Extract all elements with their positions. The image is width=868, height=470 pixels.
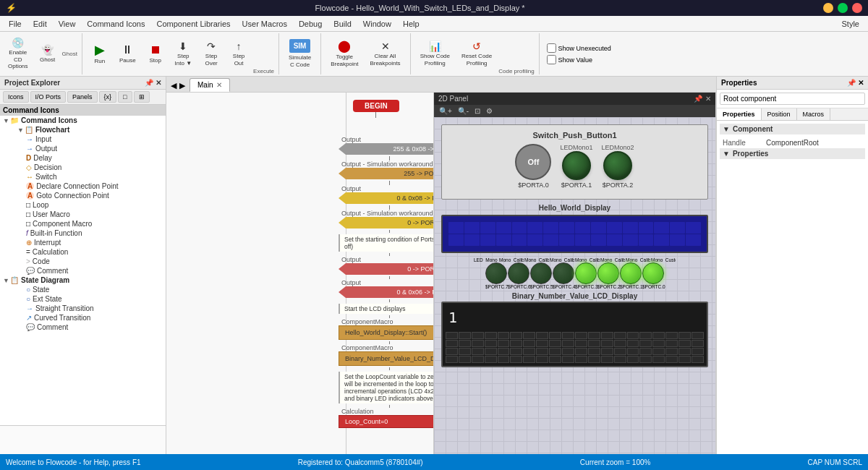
- panel-2d-zoom-out[interactable]: 🔍-: [456, 106, 471, 116]
- led-strip-label-0: Mono_Custom1: [651, 257, 676, 262]
- tree-goto-connection[interactable]: A Goto Connection Point: [0, 191, 166, 200]
- main-tab[interactable]: Main ✕: [190, 78, 230, 92]
- tree-code[interactable]: > Code: [0, 257, 166, 266]
- panel-2d-fit[interactable]: ⊡: [472, 106, 482, 116]
- show-code-profiling-button[interactable]: 📊 Show CodeProfiling: [415, 39, 455, 69]
- tab-variables[interactable]: {x}: [99, 91, 117, 103]
- reset-code-profiling-button[interactable]: ↺ Reset CodeProfiling: [456, 39, 497, 69]
- menu-view[interactable]: View: [53, 18, 82, 30]
- tree-output[interactable]: → Output: [0, 144, 166, 153]
- ghost-button[interactable]: 👻 Ghost: [35, 43, 61, 66]
- main-layout: Project Explorer 📌 ✕ Icons I/O Ports Pan…: [0, 77, 868, 454]
- tree-comment-state[interactable]: 💬 Comment: [0, 322, 166, 332]
- menu-build[interactable]: Build: [328, 18, 357, 30]
- tab-icons[interactable]: Icons: [3, 91, 29, 103]
- flowchart-toggle[interactable]: ▼: [17, 127, 25, 134]
- tree-switch[interactable]: ↔ Switch: [0, 172, 166, 181]
- menu-window[interactable]: Window: [357, 18, 397, 30]
- menu-command-icons[interactable]: Command Icons: [81, 18, 150, 30]
- flow-canvas[interactable]: BEGIN Output 255 & 0x08 -> PORTA: [166, 93, 434, 454]
- main-tab-close[interactable]: ✕: [216, 81, 222, 89]
- tab-rect[interactable]: □: [118, 91, 132, 103]
- tree-flowchart[interactable]: ▼ 📋 Flowchart: [0, 125, 166, 134]
- tree-input[interactable]: → Input: [0, 134, 166, 144]
- menu-help[interactable]: Help: [397, 18, 425, 30]
- tree-command-icons[interactable]: ▼ 📁 Command Icons: [0, 116, 166, 125]
- tab-grid[interactable]: ⊞: [134, 91, 150, 103]
- show-unexecuted-checkbox[interactable]: Show Unexecuted: [547, 43, 611, 53]
- run-button[interactable]: ▶ Run: [87, 41, 113, 67]
- panel-2d-settings[interactable]: ⚙: [484, 106, 495, 116]
- menu-debug[interactable]: Debug: [293, 18, 328, 30]
- led-mono2-port: $PORTA.2: [603, 181, 634, 189]
- tab-scroll-right[interactable]: ▶: [178, 80, 187, 92]
- statusbar-middle: Registered to: Qualcomm5 (8780104#): [298, 458, 423, 466]
- properties-collapse-icon[interactable]: ▼: [723, 150, 730, 158]
- tree-loop[interactable]: □ Loop: [0, 200, 166, 210]
- tree-state-diagram[interactable]: ▼ 📋 State Diagram: [0, 275, 166, 285]
- command-icons-icon: 📁: [10, 116, 19, 124]
- close-button[interactable]: [852, 3, 862, 13]
- tab-position[interactable]: Position: [762, 108, 797, 120]
- curved-transition-label: Curved Transition: [34, 314, 90, 322]
- tree-interrupt[interactable]: ⊕ Interrupt: [0, 238, 166, 247]
- tree-calculation[interactable]: = Calculation: [0, 247, 166, 257]
- step-out-button[interactable]: ↑ StepOut: [226, 39, 252, 69]
- tree-delay[interactable]: D Delay: [0, 153, 166, 163]
- panel-2d-pin[interactable]: 📌: [694, 95, 702, 103]
- toggle-breakpoint-button[interactable]: ⬤ ToggleBreakpoint: [326, 38, 363, 69]
- step-over-button[interactable]: ↷ StepOver: [198, 39, 224, 69]
- show-value-label: Show Value: [558, 56, 592, 64]
- properties-pin[interactable]: 📌: [847, 79, 856, 87]
- simulate-button[interactable]: SIM SimulateC Code: [284, 37, 316, 70]
- tree-builtin-function[interactable]: f Built-in Function: [0, 228, 166, 238]
- command-icons-toggle[interactable]: ▼: [3, 117, 10, 124]
- step-out-icon: ↑: [237, 41, 242, 51]
- minimize-button[interactable]: [823, 3, 833, 13]
- push-button-title: Switch_Push_Button1: [448, 131, 702, 140]
- show-unexecuted-input[interactable]: [547, 43, 556, 53]
- project-explorer-close[interactable]: ✕: [156, 79, 161, 87]
- pause-button[interactable]: ⏸ Pause: [114, 42, 141, 67]
- stop-button[interactable]: ⏹ Stop: [142, 42, 169, 67]
- menu-component-libraries[interactable]: Component Libraries: [150, 18, 236, 30]
- tree-container[interactable]: ▼ 📁 Command Icons ▼ 📋 Flowchart → Input …: [0, 116, 166, 425]
- menu-edit[interactable]: Edit: [27, 18, 53, 30]
- menu-file[interactable]: File: [3, 18, 27, 30]
- project-explorer-pin[interactable]: 📌: [145, 79, 153, 87]
- show-value-input[interactable]: [547, 55, 556, 64]
- tab-scroll-left[interactable]: ◀: [169, 80, 178, 92]
- maximize-button[interactable]: [838, 3, 848, 13]
- enable-cd-button[interactable]: 💿 EnableCDOptions: [3, 35, 33, 72]
- root-component-input[interactable]: [720, 93, 865, 105]
- tree-state[interactable]: ○ State: [0, 285, 166, 294]
- show-value-checkbox[interactable]: Show Value: [547, 55, 611, 64]
- panel-2d-zoom-in[interactable]: 🔍+: [437, 106, 454, 116]
- tree-declare-connection[interactable]: A Declare Connection Point: [0, 181, 166, 191]
- menu-user-macros[interactable]: User Macros: [237, 18, 293, 30]
- menu-style[interactable]: Style: [836, 18, 865, 30]
- panel-2d-content[interactable]: Switch_Push_Button1 Off $PORTA.0 LEDMono…: [434, 117, 715, 454]
- tab-io-ports[interactable]: I/O Ports: [30, 91, 67, 103]
- tab-panels[interactable]: Panels: [67, 91, 98, 103]
- properties-close[interactable]: ✕: [858, 79, 864, 87]
- led-mono1-col: LEDMono1 $PORTA.1: [560, 144, 592, 189]
- tab-properties[interactable]: Properties: [717, 108, 762, 120]
- tree-comment-flowchart[interactable]: 💬 Comment: [0, 266, 166, 275]
- tree-component-macro[interactable]: □ Component Macro: [0, 219, 166, 228]
- tab-macros[interactable]: Macros: [797, 108, 831, 120]
- tree-decision[interactable]: ◇ Decision: [0, 163, 166, 172]
- panel-2d-close[interactable]: ✕: [705, 95, 711, 103]
- push-button-off[interactable]: Off: [515, 144, 551, 180]
- state-diagram-toggle[interactable]: ▼: [3, 277, 10, 284]
- code-profiling-label: Code profiling: [498, 68, 534, 74]
- left-panel-preview: [0, 425, 166, 454]
- step-into-button[interactable]: ⬇ StepInto ▼: [170, 39, 197, 69]
- tree-curved-transition[interactable]: ↗ Curved Transition: [0, 313, 166, 322]
- tree-straight-transition[interactable]: → Straight Transition: [0, 304, 166, 313]
- tree-ext-state[interactable]: ○ Ext State: [0, 294, 166, 304]
- clear-breakpoints-button[interactable]: ✕ Clear AllBreakpoints: [365, 39, 405, 69]
- component-collapse-icon[interactable]: ▼: [723, 125, 730, 133]
- led-mono2-col: LEDMono2 $PORTA.2: [602, 144, 634, 189]
- tree-user-macro[interactable]: □ User Macro: [0, 210, 166, 219]
